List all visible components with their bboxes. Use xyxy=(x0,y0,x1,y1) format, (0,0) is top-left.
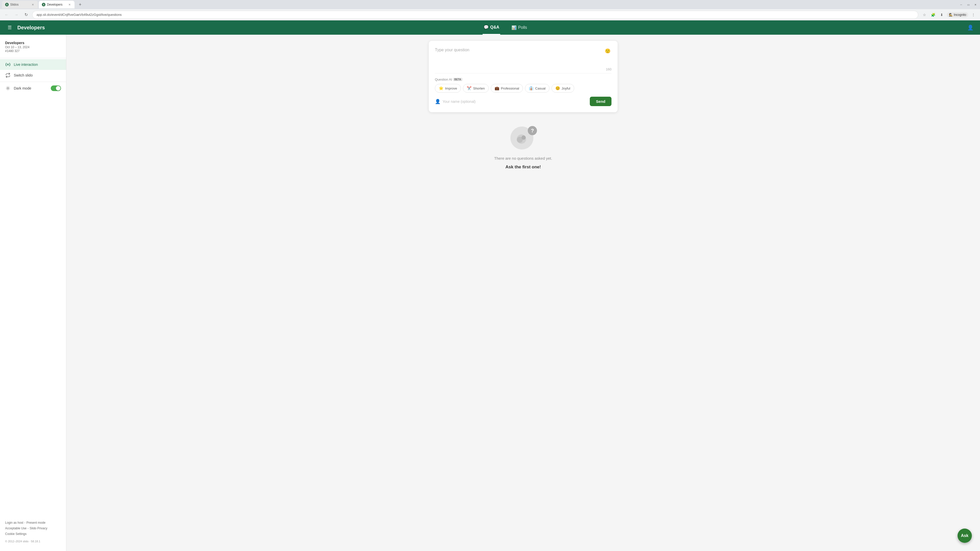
extensions-button[interactable]: 🧩 xyxy=(929,11,937,18)
sidebar-org-name: Developers xyxy=(5,41,61,45)
cookie-settings-link[interactable]: Cookie Settings xyxy=(5,532,61,536)
question-input-row: 🙂 xyxy=(435,47,611,67)
new-tab-button[interactable]: + xyxy=(76,1,84,8)
browser-chrome: S Slidos ✕ S Developers ✕ + ─ ▭ ✕ ← → ↻ … xyxy=(0,0,980,21)
ai-improve-button[interactable]: ⭐ Improve xyxy=(435,84,461,93)
ai-professional-button[interactable]: 💼 Professional xyxy=(491,84,523,93)
maximize-button[interactable]: ▭ xyxy=(966,2,971,7)
casual-icon: 👔 xyxy=(529,86,534,91)
ai-label-text: Question AI xyxy=(435,78,452,81)
ai-shorten-button[interactable]: ✂️ Shorten xyxy=(463,84,489,93)
send-row: 👤 Send xyxy=(435,97,611,106)
app-container: ☰ Developers 💬 Q&A 📊 Polls 👤 Developers … xyxy=(0,21,980,551)
empty-state: ? There are no questions asked yet. Ask … xyxy=(486,118,560,178)
svg-point-1 xyxy=(7,87,9,89)
empty-state-cta: Ask the first one! xyxy=(506,165,541,170)
sidebar-item-live-interaction[interactable]: Live interaction xyxy=(0,59,66,70)
tab-slidos-close[interactable]: ✕ xyxy=(30,3,35,6)
ai-buttons: ⭐ Improve ✂️ Shorten 💼 Professional � xyxy=(435,84,611,93)
sidebar-item-switch-slido[interactable]: Switch slido xyxy=(0,70,66,81)
polls-icon: 📊 xyxy=(511,25,517,30)
qa-icon: 💬 xyxy=(484,25,489,30)
ask-fab-button[interactable]: Ask xyxy=(958,529,972,543)
header-nav: 💬 Q&A 📊 Polls xyxy=(45,21,966,35)
main-content: 🙂 160 Question AI BETA ⭐ Improve xyxy=(66,35,980,551)
shorten-label: Shorten xyxy=(473,86,485,90)
sidebar-org-dates: Oct 10 – 13, 2024 xyxy=(5,45,61,49)
acceptable-use-link[interactable]: Acceptable Use xyxy=(5,527,27,530)
svg-point-4 xyxy=(522,135,526,140)
sidebar-switch-slido-label: Switch slido xyxy=(14,73,33,77)
dark-mode-toggle[interactable] xyxy=(51,86,61,91)
improve-icon: ⭐ xyxy=(439,86,444,91)
hamburger-button[interactable]: ☰ xyxy=(5,23,14,32)
separator1: - xyxy=(24,521,25,526)
incognito-icon: 🕵️ xyxy=(949,13,953,17)
ai-label: Question AI BETA xyxy=(435,78,611,81)
user-icon: 👤 xyxy=(435,99,441,104)
svg-point-0 xyxy=(7,64,9,65)
window-controls: ─ ▭ ✕ xyxy=(959,2,978,7)
sidebar-divider-top xyxy=(0,58,66,58)
tab-slidos-label: Slidos xyxy=(10,3,19,6)
copyright-text: © 2012–2024 slido · 58.18.1 xyxy=(5,540,61,543)
ai-casual-button[interactable]: 👔 Casual xyxy=(525,84,549,93)
empty-icon-question: ? xyxy=(528,126,537,135)
slido-privacy-link[interactable]: Slido Privacy xyxy=(30,527,47,530)
separator2: - xyxy=(27,527,29,531)
footer-line2: Acceptable Use - Slido Privacy xyxy=(5,527,61,531)
content-wrapper: Developers Oct 10 – 13, 2024 #1480 327 L… xyxy=(0,35,980,551)
nav-polls[interactable]: 📊 Polls xyxy=(511,21,528,35)
ai-badge: BETA xyxy=(453,78,462,81)
send-button[interactable]: Send xyxy=(590,97,611,106)
reload-button[interactable]: ↻ xyxy=(22,11,30,18)
joyful-icon: 😊 xyxy=(555,86,560,91)
menu-button[interactable]: ⋮ xyxy=(970,11,977,18)
login-host-link[interactable]: Login as host xyxy=(5,521,23,524)
emoji-button[interactable]: 🙂 xyxy=(604,47,611,55)
shorten-icon: ✂️ xyxy=(467,86,472,91)
tab-developers[interactable]: S Developers ✕ xyxy=(39,1,75,8)
bookmark-button[interactable]: ☆ xyxy=(921,11,928,18)
address-bar[interactable]: app.sli.do/event/dCnjRveGaeVb49ut2zGgst/… xyxy=(32,11,918,19)
back-button[interactable]: ← xyxy=(3,11,10,18)
footer-line1: Login as host - Present mode xyxy=(5,521,61,526)
sidebar-live-interaction-label: Live interaction xyxy=(14,62,38,67)
sidebar-footer-links: Login as host - Present mode Acceptable … xyxy=(5,521,61,543)
dark-mode-icon xyxy=(5,86,11,91)
download-button[interactable]: ⬇ xyxy=(938,11,945,18)
app-title: Developers xyxy=(18,25,45,30)
slidos-favicon: S xyxy=(5,3,9,6)
sidebar-org-id: #1480 327 xyxy=(5,49,61,53)
improve-label: Improve xyxy=(445,86,457,90)
professional-icon: 💼 xyxy=(495,86,500,91)
question-card: 🙂 160 Question AI BETA ⭐ Improve xyxy=(429,41,617,112)
sidebar-org-info: Developers Oct 10 – 13, 2024 #1480 327 xyxy=(0,39,66,57)
tab-developers-label: Developers xyxy=(47,3,62,6)
switch-slido-icon xyxy=(5,73,11,78)
professional-label: Professional xyxy=(501,86,519,90)
close-window-button[interactable]: ✕ xyxy=(973,2,978,7)
ai-joyful-button[interactable]: 😊 Joyful xyxy=(552,84,574,93)
joyful-label: Joyful xyxy=(562,86,570,90)
nav-qa[interactable]: 💬 Q&A xyxy=(483,21,501,35)
minimize-button[interactable]: ─ xyxy=(959,2,964,7)
nav-qa-label: Q&A xyxy=(490,25,500,30)
present-mode-link[interactable]: Present mode xyxy=(26,521,45,524)
name-input-wrapper: 👤 xyxy=(435,99,587,104)
sidebar: Developers Oct 10 – 13, 2024 #1480 327 L… xyxy=(0,35,66,551)
question-textarea[interactable] xyxy=(435,47,604,67)
profile-button[interactable]: 👤 xyxy=(966,23,975,32)
dark-mode-row: Dark mode xyxy=(0,83,66,94)
app-header: ☰ Developers 💬 Q&A 📊 Polls 👤 xyxy=(0,21,980,35)
browser-titlebar: S Slidos ✕ S Developers ✕ + ─ ▭ ✕ xyxy=(0,0,980,9)
tab-slidos[interactable]: S Slidos ✕ xyxy=(2,1,38,8)
tab-developers-close[interactable]: ✕ xyxy=(67,3,72,6)
casual-label: Casual xyxy=(535,86,546,90)
char-count: 160 xyxy=(606,67,611,71)
name-input[interactable] xyxy=(442,100,587,103)
toolbar-actions: ☆ 🧩 ⬇ 🕵️ Incognito ⋮ xyxy=(921,11,977,18)
incognito-label: Incognito xyxy=(954,13,966,17)
forward-button[interactable]: → xyxy=(13,11,20,18)
address-text: app.sli.do/event/dCnjRveGaeVb49ut2zGgst/… xyxy=(37,13,122,17)
